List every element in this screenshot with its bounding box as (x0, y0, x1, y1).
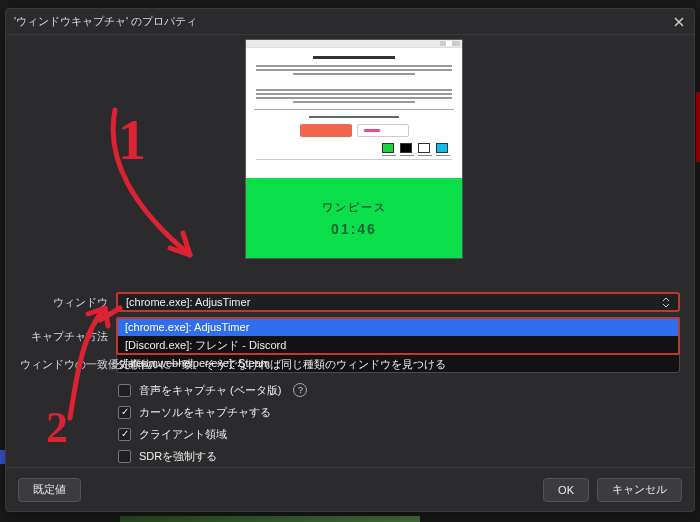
checkbox-icon (118, 428, 131, 441)
label-capture-method: キャプチャ方法 (20, 329, 116, 344)
checkbox-label: SDRを強制する (139, 449, 217, 464)
checkbox-cursor[interactable]: カーソルをキャプチャする (118, 401, 307, 423)
help-icon[interactable]: ? (293, 383, 307, 397)
window-select[interactable]: [chrome.exe]: AdjusTimer (116, 292, 680, 312)
match-priority-value-tail: タイトルに一致、そうでなければ同じ種類のウィンドウを見つける (116, 354, 680, 374)
titlebar: 'ウィンドウキャプチャ' のプロパティ (6, 9, 694, 35)
checkbox-force-sdr[interactable]: SDRを強制する (118, 445, 307, 467)
ok-button[interactable]: OK (543, 478, 589, 502)
row-window: ウィンドウ [chrome.exe]: AdjusTimer (20, 291, 680, 313)
checkbox-icon (118, 406, 131, 419)
dialog-title: 'ウィンドウキャプチャ' のプロパティ (14, 14, 197, 29)
cancel-button[interactable]: キャンセル (597, 478, 682, 502)
dialog-footer: 既定値 OK キャンセル (6, 467, 694, 511)
preview-green-timer: 01:46 (331, 221, 377, 237)
checkbox-client-area[interactable]: クライアント領域 (118, 423, 307, 445)
dialog-body: ワンピース 01:46 ウィンドウ [chrome.exe]: AdjusTim… (6, 35, 694, 467)
close-icon[interactable] (672, 15, 686, 29)
row-match-priority: ウィンドウの一致優先順位 タイトルに一致、そうでなければ同じ種類のウィンドウを見… (20, 353, 680, 375)
form-area: ウィンドウ [chrome.exe]: AdjusTimer (6, 291, 694, 317)
checkbox-icon (118, 450, 131, 463)
checkbox-group: 音声をキャプチャ (ベータ版) ? カーソルをキャプチャする クライアント領域 … (118, 379, 307, 467)
label-match-priority: ウィンドウの一致優先順位 (20, 357, 116, 372)
dropdown-option[interactable]: [chrome.exe]: AdjusTimer (117, 318, 679, 336)
checkbox-label: カーソルをキャプチャする (139, 405, 271, 420)
checkbox-audio[interactable]: 音声をキャプチャ (ベータ版) ? (118, 379, 307, 401)
checkbox-label: 音声をキャプチャ (ベータ版) (139, 383, 281, 398)
checkbox-label: クライアント領域 (139, 427, 227, 442)
defaults-button[interactable]: 既定値 (18, 478, 81, 502)
chevron-updown-icon (662, 297, 670, 308)
preview-pane: ワンピース 01:46 (245, 39, 463, 259)
preview-green-title: ワンピース (322, 200, 387, 215)
label-window: ウィンドウ (20, 295, 116, 310)
properties-dialog: 'ウィンドウキャプチャ' のプロパティ (5, 8, 695, 512)
checkbox-icon (118, 384, 131, 397)
window-select-value: [chrome.exe]: AdjusTimer (126, 296, 250, 308)
dropdown-option[interactable]: [Discord.exe]: フレンド - Discord (117, 336, 679, 354)
